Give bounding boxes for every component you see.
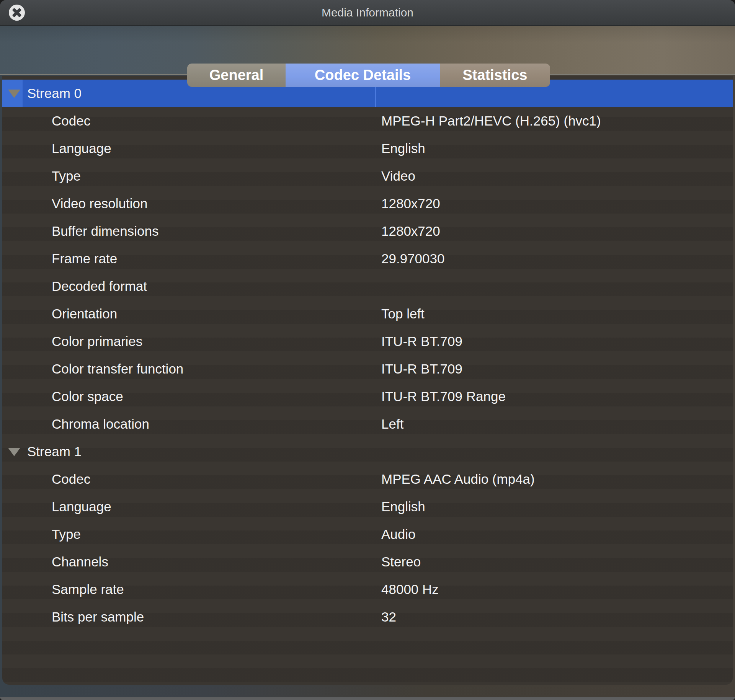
property-label: Video resolution	[52, 196, 147, 211]
property-label-cell: Language	[2, 135, 375, 162]
tree-row-property[interactable]: CodecMPEG AAC Audio (mp4a)	[2, 465, 733, 493]
property-label-cell: Color transfer function	[2, 355, 375, 383]
property-value: English	[375, 499, 733, 514]
property-value: 1280x720	[375, 196, 733, 211]
property-label: Orientation	[52, 306, 117, 321]
property-label: Channels	[52, 554, 108, 569]
tree-row-property[interactable]: Buffer dimensions1280x720	[2, 217, 733, 245]
tree-rows: Stream 0CodecMPEG-H Part2/HEVC (H.265) (…	[2, 80, 733, 631]
property-value: English	[375, 141, 733, 156]
disclosure-triangle-icon[interactable]	[8, 90, 20, 98]
property-label: Bits per sample	[52, 609, 144, 625]
tree-row-property[interactable]: ChannelsStereo	[2, 548, 733, 576]
tab-statistics[interactable]: Statistics	[440, 64, 550, 87]
property-label: Codec	[52, 472, 90, 487]
property-value: 32	[375, 609, 733, 625]
tree-row-property[interactable]: Color transfer functionITU-R BT.709	[2, 355, 733, 383]
tab-codec-details[interactable]: Codec Details	[286, 64, 440, 87]
property-label-cell: Chroma location	[2, 410, 375, 438]
property-label: Color primaries	[52, 334, 142, 349]
property-label: Type	[52, 168, 81, 184]
property-value: 29.970030	[375, 251, 733, 266]
property-label-cell: Sample rate	[2, 576, 375, 603]
property-label-cell: Decoded format	[2, 272, 375, 300]
tab-bar: General Codec Details Statistics	[187, 64, 550, 87]
property-label-cell: Color space	[2, 383, 375, 410]
tree-row-property[interactable]: Bits per sample32	[2, 603, 733, 631]
property-label-cell: Codec	[2, 107, 375, 135]
property-value: ITU-R BT.709	[375, 361, 733, 377]
tree-row-property[interactable]: Frame rate29.970030	[2, 245, 733, 272]
property-label: Decoded format	[52, 279, 147, 294]
property-label: Color transfer function	[52, 361, 183, 377]
tree-row-property[interactable]: TypeVideo	[2, 162, 733, 190]
tree-row-property[interactable]: CodecMPEG-H Part2/HEVC (H.265) (hvc1)	[2, 107, 733, 135]
property-value: Audio	[375, 527, 733, 542]
property-value: Left	[375, 416, 733, 432]
property-label: Language	[52, 141, 111, 156]
title-bar: Media Information	[0, 0, 735, 26]
property-value: ITU-R BT.709 Range	[375, 389, 733, 404]
window-title: Media Information	[0, 0, 735, 26]
property-value: MPEG-H Part2/HEVC (H.265) (hvc1)	[375, 113, 733, 129]
property-label-cell: Language	[2, 493, 375, 521]
property-value: MPEG AAC Audio (mp4a)	[375, 472, 733, 487]
property-value: Stereo	[375, 554, 733, 569]
toolbar: General Codec Details Statistics	[0, 26, 735, 75]
tree-row-property[interactable]: OrientationTop left	[2, 300, 733, 328]
tree-row-property[interactable]: Decoded format	[2, 272, 733, 300]
property-value: ITU-R BT.709	[375, 334, 733, 349]
window-bottom-edge	[0, 697, 735, 700]
tree-row-property[interactable]: LanguageEnglish	[2, 493, 733, 521]
tree-row-property[interactable]: TypeAudio	[2, 521, 733, 548]
tree-row-property[interactable]: LanguageEnglish	[2, 135, 733, 162]
property-label: Buffer dimensions	[52, 224, 159, 239]
property-label: Chroma location	[52, 416, 149, 432]
stream-name: Stream 1	[27, 444, 82, 459]
tree-row-property[interactable]: Chroma locationLeft	[2, 410, 733, 438]
property-label: Sample rate	[52, 582, 124, 597]
tree-row-property[interactable]: Video resolution1280x720	[2, 190, 733, 217]
tree-row-stream-header[interactable]: Stream 1	[2, 438, 733, 465]
close-icon[interactable]	[9, 5, 25, 21]
property-label: Codec	[52, 113, 90, 129]
tree-row-property[interactable]: Color primariesITU-R BT.709	[2, 328, 733, 355]
media-information-window: Stream 0CodecMPEG-H Part2/HEVC (H.265) (…	[0, 0, 735, 700]
property-label-cell: Buffer dimensions	[2, 217, 375, 245]
property-label-cell: Channels	[2, 548, 375, 576]
property-label-cell: Bits per sample	[2, 603, 375, 631]
codec-details-tree: Stream 0CodecMPEG-H Part2/HEVC (H.265) (…	[2, 76, 733, 685]
property-label: Color space	[52, 389, 123, 404]
property-label: Language	[52, 499, 111, 514]
tree-row-property[interactable]: Color spaceITU-R BT.709 Range	[2, 383, 733, 410]
property-label-cell: Orientation	[2, 300, 375, 328]
tab-general[interactable]: General	[187, 64, 286, 87]
property-label: Type	[52, 527, 81, 542]
property-label-cell: Frame rate	[2, 245, 375, 272]
property-value: Top left	[375, 306, 733, 321]
property-label-cell: Codec	[2, 465, 375, 493]
property-value: 1280x720	[375, 224, 733, 239]
disclosure-triangle-icon[interactable]	[8, 448, 20, 456]
property-label: Frame rate	[52, 251, 117, 266]
property-label-cell: Type	[2, 521, 375, 548]
property-label-cell: Video resolution	[2, 190, 375, 217]
stream-name: Stream 0	[27, 86, 82, 101]
property-label-cell: Type	[2, 162, 375, 190]
stream-header-label-cell: Stream 1	[2, 438, 375, 465]
property-label-cell: Color primaries	[2, 328, 375, 355]
property-value: Video	[375, 168, 733, 184]
property-value: 48000 Hz	[375, 582, 733, 597]
tree-row-property[interactable]: Sample rate48000 Hz	[2, 576, 733, 603]
